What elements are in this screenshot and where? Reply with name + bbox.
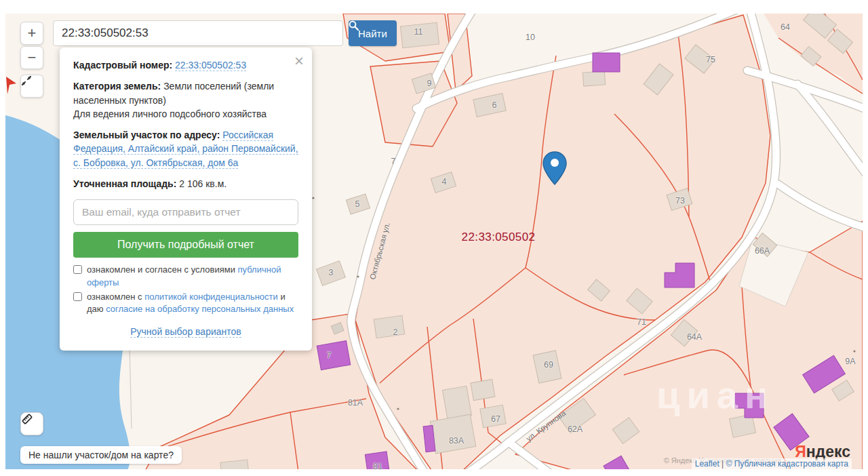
land-category-label: Категория земель: xyxy=(73,81,161,92)
measure-button[interactable] xyxy=(20,412,43,435)
parcel-info-popup: × Кадастровый номер: 22:33:050502:53 Кат… xyxy=(60,47,312,351)
zoom-out-button[interactable]: − xyxy=(20,46,43,69)
zoom-in-icon: + xyxy=(28,24,37,42)
zoom-in-button[interactable]: + xyxy=(20,22,43,45)
find-button-label: Найти xyxy=(358,28,387,39)
search-input[interactable] xyxy=(53,20,343,46)
manual-select-link[interactable]: Ручной выбор вариантов xyxy=(73,325,298,338)
area-row: Уточненная площадь: 2 106 кв.м. xyxy=(73,177,298,191)
expand-icon xyxy=(21,75,32,86)
ruler-icon xyxy=(21,413,33,425)
quarter-number-label: 22:33:050502 xyxy=(462,231,536,244)
privacy-policy-link[interactable]: политикой конфиденциальности xyxy=(144,292,278,302)
pkk-link[interactable]: © Публичная кадастровая карта xyxy=(726,459,848,469)
map-viewport[interactable]: циан 11 10 64 75 9 6 7 4 5 73 66А 3 2 71… xyxy=(5,14,863,469)
find-button[interactable]: Найти xyxy=(349,20,397,46)
area-label: Уточненная площадь: xyxy=(73,178,176,189)
privacy-text-1: ознакомлен с xyxy=(87,292,142,302)
not-found-prompt[interactable]: Не нашли участок/дом на карте? xyxy=(20,446,182,464)
map-attribution: Leaflet | © Публичная кадастровая карта xyxy=(692,458,852,469)
personal-data-link[interactable]: согласие на обработку персональных данны… xyxy=(106,304,294,314)
land-use-value: Для ведения личного подсобного хозяйства xyxy=(73,108,267,119)
privacy-checkbox-row: ознакомлен с политикой конфиденциальност… xyxy=(73,291,298,315)
leaflet-link[interactable]: Leaflet xyxy=(695,459,719,469)
offer-text: ознакомлен и согласен с условиями xyxy=(87,264,235,275)
get-report-button[interactable]: Получить подробный отчет xyxy=(73,232,298,258)
address-label: Земельный участок по адресу: xyxy=(73,130,220,140)
land-category-row: Категория земель: Земли поселений (земли… xyxy=(73,79,298,121)
offer-checkbox[interactable] xyxy=(73,265,82,274)
zoom-out-icon: − xyxy=(28,49,37,66)
offer-checkbox-row: ознакомлен и согласен с условиями публич… xyxy=(73,264,298,288)
cadastral-number-label: Кадастровый номер: xyxy=(73,60,172,71)
close-icon[interactable]: × xyxy=(294,53,304,69)
email-field[interactable] xyxy=(73,199,298,225)
area-value: 2 106 кв.м. xyxy=(179,178,226,189)
cadastral-number-link[interactable]: 22:33:050502:53 xyxy=(175,60,246,71)
attribution-separator: | xyxy=(722,459,724,469)
cadastral-number-row: Кадастровый номер: 22:33:050502:53 xyxy=(73,58,298,72)
address-row: Земельный участок по адресу: Российская … xyxy=(73,128,298,170)
fullscreen-button[interactable] xyxy=(20,75,43,98)
search-icon xyxy=(349,20,359,31)
privacy-checkbox[interactable] xyxy=(73,292,82,301)
